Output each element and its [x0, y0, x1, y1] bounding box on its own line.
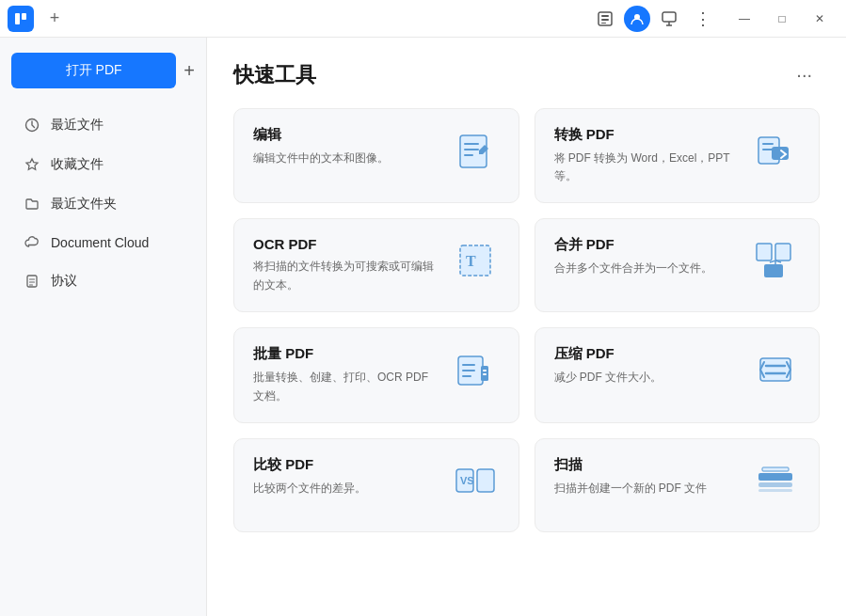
title-bar-actions: ⋮ — □ ✕	[590, 4, 838, 34]
svg-rect-36	[758, 482, 792, 487]
tool-card-compare-title: 比较 PDF	[253, 456, 439, 474]
star-icon	[23, 157, 41, 172]
svg-rect-25	[462, 364, 475, 366]
more-menu-button[interactable]: ⋮	[688, 4, 718, 34]
batch-icon	[451, 345, 500, 394]
favorites-label: 收藏文件	[51, 156, 104, 173]
svg-rect-14	[464, 154, 473, 156]
tool-card-compare-text: 比较 PDF 比较两个文件的差异。	[253, 456, 439, 498]
close-button[interactable]: ✕	[801, 4, 838, 34]
tool-card-scan-desc: 扫描并创建一个新的 PDF 文件	[554, 480, 741, 498]
compress-icon	[751, 345, 800, 394]
convert-icon	[751, 126, 800, 175]
title-bar-left: +	[8, 6, 68, 32]
scan-icon	[751, 456, 800, 505]
tool-card-scan[interactable]: 扫描 扫描并创建一个新的 PDF 文件	[535, 438, 821, 532]
user-icon-button[interactable]	[624, 6, 650, 32]
app-icon	[8, 6, 34, 32]
content-header: 快速工具 ···	[233, 60, 820, 89]
svg-rect-27	[462, 375, 471, 377]
svg-rect-23	[764, 264, 783, 277]
svg-text:T: T	[466, 253, 476, 269]
sidebar-item-favorites[interactable]: 收藏文件	[11, 147, 195, 182]
content-more-button[interactable]: ···	[789, 60, 820, 89]
sidebar: 打开 PDF + 最近文件 收藏文件	[0, 38, 207, 616]
svg-rect-6	[601, 23, 606, 24]
sidebar-item-recent-files[interactable]: 最近文件	[11, 107, 195, 143]
maximize-button[interactable]: □	[763, 4, 801, 34]
folder-icon	[23, 197, 41, 212]
tool-card-compress-title: 压缩 PDF	[554, 345, 741, 363]
tool-grid: 编辑 编辑文件中的文本和图像。 转换 PDF 将	[233, 108, 820, 532]
tool-card-edit-text: 编辑 编辑文件中的文本和图像。	[253, 126, 439, 167]
tool-card-merge-desc: 合并多个文件合并为一个文件。	[554, 260, 741, 277]
merge-icon	[751, 236, 800, 285]
svg-rect-37	[758, 489, 792, 492]
open-btn-row: 打开 PDF +	[11, 53, 195, 88]
svg-rect-5	[601, 19, 609, 21]
svg-rect-0	[12, 10, 29, 27]
tool-card-edit-desc: 编辑文件中的文本和图像。	[253, 150, 439, 167]
sidebar-item-agreement[interactable]: 协议	[11, 263, 195, 299]
svg-rect-2	[22, 13, 26, 20]
svg-rect-1	[15, 13, 20, 24]
tool-card-convert-pdf[interactable]: 转换 PDF 将 PDF 转换为 Word，Excel，PPT等。	[535, 108, 821, 203]
tool-card-ocr-title: OCR PDF	[253, 236, 439, 252]
minimize-button[interactable]: —	[726, 4, 763, 34]
main-layout: 打开 PDF + 最近文件 收藏文件	[0, 38, 846, 616]
tool-card-ocr-text: OCR PDF 将扫描的文件转换为可搜索或可编辑的文本。	[253, 236, 439, 293]
tool-card-compress-desc: 减少 PDF 文件大小。	[554, 369, 741, 387]
tool-card-batch-text: 批量 PDF 批量转换、创建、打印、OCR PDF 文档。	[253, 345, 439, 404]
tool-card-merge-title: 合并 PDF	[554, 236, 741, 254]
doc-icon	[23, 274, 41, 289]
clock-icon	[23, 118, 41, 133]
tool-card-compare-desc: 比较两个文件的差异。	[253, 480, 439, 498]
tool-card-convert-text: 转换 PDF 将 PDF 转换为 Word，Excel，PPT等。	[554, 126, 741, 185]
tool-card-edit-title: 编辑	[253, 126, 439, 144]
tool-card-ocr-pdf[interactable]: OCR PDF 将扫描的文件转换为可搜索或可编辑的文本。 T	[233, 218, 519, 312]
sidebar-nav: 最近文件 收藏文件 最近文件夹	[11, 107, 195, 299]
sidebar-plus-button[interactable]: +	[184, 60, 195, 82]
svg-rect-22	[775, 244, 790, 261]
sidebar-item-recent-folders[interactable]: 最近文件夹	[11, 186, 195, 222]
content-area: 快速工具 ··· 编辑 编辑文件中的文本和图像。	[207, 38, 846, 616]
document-cloud-label: Document Cloud	[51, 235, 149, 250]
svg-rect-30	[483, 373, 487, 375]
title-bar: + ⋮ — □	[0, 0, 846, 38]
tool-card-compress-text: 压缩 PDF 减少 PDF 文件大小。	[554, 345, 741, 387]
tool-card-edit[interactable]: 编辑 编辑文件中的文本和图像。	[233, 108, 519, 203]
tool-card-convert-title: 转换 PDF	[554, 126, 741, 144]
compare-icon: VS	[451, 456, 500, 505]
window-controls: — □ ✕	[726, 4, 838, 34]
tool-card-compress-pdf[interactable]: 压缩 PDF 减少 PDF 文件大小。	[535, 327, 821, 422]
new-tab-button[interactable]: +	[41, 6, 68, 32]
monitor-icon-button[interactable]	[654, 4, 684, 34]
tool-card-convert-desc: 将 PDF 转换为 Word，Excel，PPT等。	[554, 150, 741, 185]
tool-card-batch-pdf[interactable]: 批量 PDF 批量转换、创建、打印、OCR PDF 文档。	[233, 327, 519, 422]
svg-text:VS: VS	[460, 475, 474, 486]
tool-card-ocr-desc: 将扫描的文件转换为可搜索或可编辑的文本。	[253, 258, 439, 293]
svg-rect-26	[462, 370, 475, 371]
recent-folders-label: 最近文件夹	[51, 196, 117, 213]
tool-card-scan-text: 扫描 扫描并创建一个新的 PDF 文件	[554, 456, 741, 498]
open-pdf-button[interactable]: 打开 PDF	[11, 53, 176, 88]
cloud-icon	[23, 235, 41, 250]
svg-rect-4	[601, 15, 609, 17]
svg-rect-29	[483, 370, 487, 371]
sidebar-item-document-cloud[interactable]: Document Cloud	[11, 226, 195, 260]
agreement-label: 协议	[51, 273, 77, 290]
svg-rect-35	[758, 473, 792, 481]
document-view-icon-button[interactable]	[590, 4, 620, 34]
svg-rect-8	[662, 12, 676, 22]
tool-card-merge-text: 合并 PDF 合并多个文件合并为一个文件。	[554, 236, 741, 277]
edit-icon	[451, 126, 500, 175]
svg-rect-16	[762, 143, 774, 145]
svg-rect-38	[762, 467, 789, 471]
page-title: 快速工具	[233, 61, 316, 89]
open-pdf-label: 打开 PDF	[66, 62, 122, 79]
tool-card-merge-pdf[interactable]: 合并 PDF 合并多个文件合并为一个文件。	[535, 218, 821, 312]
tool-card-batch-desc: 批量转换、创建、打印、OCR PDF 文档。	[253, 369, 439, 404]
ocr-icon: T	[451, 236, 500, 285]
svg-rect-33	[477, 469, 494, 492]
tool-card-compare-pdf[interactable]: 比较 PDF 比较两个文件的差异。 VS	[233, 438, 519, 532]
